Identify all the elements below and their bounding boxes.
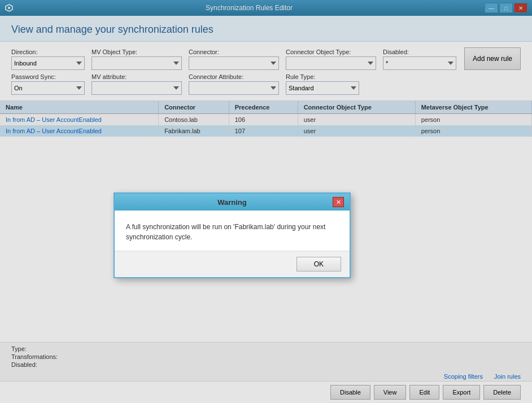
modal-title: Warning — [132, 198, 333, 207]
modal-overlay: Warning ✕ A full synchronization will be… — [0, 0, 532, 403]
modal-close-button[interactable]: ✕ — [333, 197, 344, 207]
modal-body: A full synchronization will be run on 'F… — [115, 211, 350, 251]
modal-footer: OK — [115, 251, 350, 277]
modal-title-bar: Warning ✕ — [115, 194, 350, 211]
warning-dialog: Warning ✕ A full synchronization will be… — [114, 192, 351, 278]
ok-button[interactable]: OK — [296, 257, 341, 271]
modal-message: A full synchronization will be run on 'F… — [126, 222, 338, 242]
